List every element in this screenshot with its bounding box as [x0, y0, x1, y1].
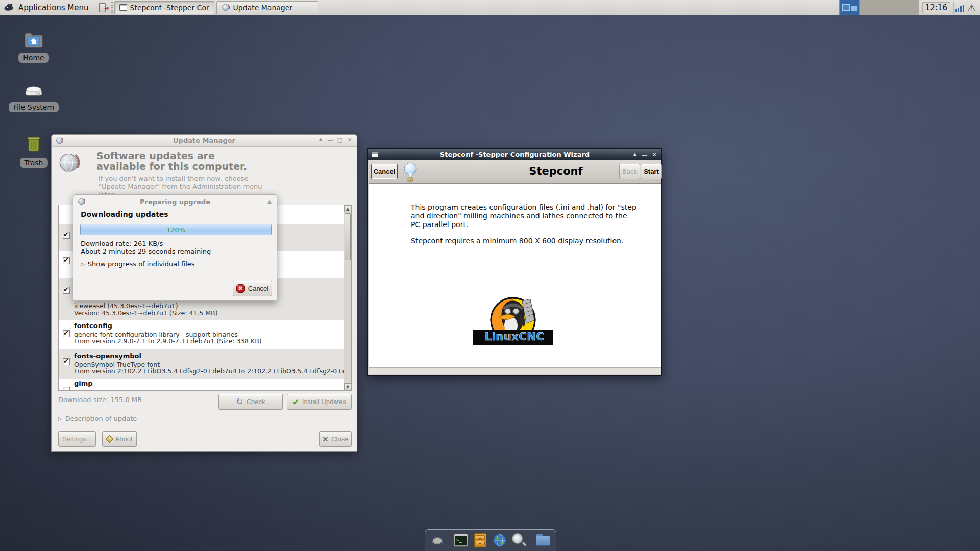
shade-button[interactable]: ▲ [632, 152, 638, 158]
cancel-button-label: Cancel [248, 285, 268, 292]
package-checkbox[interactable] [63, 330, 70, 337]
wizard-back-label: Back [622, 168, 637, 176]
linuxcnc-logo: LinuxCNC [471, 297, 558, 349]
desktop-icon-home[interactable]: Home [6, 32, 62, 63]
home-folder-icon [24, 32, 43, 48]
taskbar-button-stepconf[interactable]: Stepconf -Stepper Confi... [114, 1, 214, 14]
linuxcnc-logo-text: LinuxCNC [471, 331, 558, 343]
close-button[interactable]: ✕ Close [319, 431, 352, 447]
stepconf-titlebar[interactable]: Stepconf -Stepper Configuration Wizard ▲… [368, 149, 662, 160]
globe-icon [222, 3, 230, 12]
check-button[interactable]: ↻ Check [218, 394, 283, 410]
folder-icon [536, 534, 550, 546]
pkg-fontconfig-name: fontconfig [74, 322, 112, 330]
workspace-pager[interactable] [839, 0, 919, 15]
bottom-dock: >_ [425, 529, 556, 551]
intro-line2: and direction" milling machines and lath… [411, 212, 627, 220]
minimize-button[interactable]: — [642, 152, 648, 158]
package-checkbox[interactable] [63, 257, 70, 264]
workspace-3[interactable] [879, 0, 899, 15]
workspace-1[interactable] [840, 0, 860, 15]
package-checkbox[interactable] [63, 232, 70, 239]
quit-launcher-button[interactable]: ◄ [96, 1, 109, 14]
download-rate-label: Download rate: 261 KB/s [81, 240, 163, 247]
download-progress-bar: 120% [80, 224, 272, 235]
resolution-note: Stepconf requires a minimum 800 X 600 di… [411, 237, 623, 245]
logout-arrow-icon: ◄ [104, 5, 108, 11]
package-checkbox[interactable] [63, 358, 70, 365]
close-button[interactable]: ✕ [347, 137, 353, 143]
cancel-download-button[interactable]: ✕ Cancel [233, 281, 272, 296]
file-cabinet-icon [474, 533, 486, 547]
scroll-down-button[interactable]: ▼ [344, 383, 351, 390]
warning-icon[interactable]: ⚠ [967, 3, 976, 13]
close-button[interactable]: ✕ [651, 152, 657, 158]
stepconf-window: Stepconf -Stepper Configuration Wizard ▲… [368, 148, 662, 376]
wizard-content: This program creates configuration files… [369, 183, 662, 367]
dialog-title: Preparing upgrade [74, 198, 277, 206]
pkg-gimp-name: gimp [74, 380, 93, 387]
wizard-back-button[interactable]: Back [619, 164, 640, 179]
software-updates-globe-icon [58, 151, 81, 174]
file-manager-launcher[interactable] [535, 533, 551, 548]
install-updates-button[interactable]: ✔ Install Updates [287, 394, 352, 410]
wizard-cancel-button[interactable]: Cancel [371, 164, 398, 179]
shade-button[interactable]: ▲ [267, 198, 272, 204]
refresh-icon: ↻ [236, 397, 243, 406]
minimize-button[interactable]: — [327, 137, 333, 143]
downloading-heading: Downloading updates [81, 210, 168, 218]
globe-icon [492, 533, 507, 548]
workspace-2[interactable] [860, 0, 879, 15]
pkg-fonts-opensymbol-name: fonts-opensymbol [74, 352, 141, 360]
package-checkbox[interactable] [63, 387, 70, 391]
pkg-iceweasel-version: Version: 45.3.0esr-1~deb7u1 (Size: 41.5 … [74, 309, 344, 317]
close-button-label: Close [331, 435, 348, 443]
window-icon [119, 4, 127, 11]
show-desktop-button[interactable] [429, 533, 445, 548]
update-manager-titlebar[interactable]: Update Manager ▲ — □ ✕ [52, 135, 357, 147]
panel-handle[interactable] [111, 2, 113, 13]
package-list-scrollbar[interactable]: ▲ ▼ [344, 205, 351, 390]
package-checkbox[interactable] [63, 287, 70, 294]
wizard-cancel-label: Cancel [374, 168, 396, 176]
preparing-upgrade-dialog: Preparing upgrade ▲ Downloading updates … [73, 194, 277, 301]
about-button[interactable]: About [102, 431, 137, 447]
show-progress-label: Show progress of individual files [88, 260, 195, 268]
window-title: Stepconf -Stepper Configuration Wizard [368, 151, 662, 158]
settings-button[interactable]: Settings... [58, 431, 96, 447]
description-expander[interactable]: ▷ Description of update [58, 415, 137, 422]
lightbulb-icon [401, 161, 420, 183]
scroll-up-button[interactable]: ▲ [344, 205, 351, 212]
cancel-stop-icon: ✕ [236, 284, 245, 293]
scrollbar-thumb[interactable] [345, 213, 351, 260]
close-x-icon: ✕ [323, 436, 329, 443]
workspace-4[interactable] [899, 0, 919, 15]
top-panel: Applications Menu ◄ Stepconf -Stepper Co… [0, 0, 980, 15]
install-updates-label: Install Updates [302, 398, 346, 406]
shade-button[interactable]: ▲ [317, 137, 324, 143]
desktop-icon-label: File System [9, 102, 59, 112]
taskbar-button-label: Stepconf -Stepper Confi... [130, 4, 209, 12]
terminal-launcher[interactable]: >_ [453, 533, 469, 548]
web-browser-launcher[interactable] [492, 533, 507, 548]
file-cabinet-launcher[interactable] [473, 533, 488, 548]
network-signal-icon[interactable] [955, 4, 964, 12]
taskbar-button-update-manager[interactable]: Update Manager [216, 1, 318, 14]
desktop-icon-filesystem[interactable]: File System [6, 82, 62, 112]
terminal-icon: >_ [454, 534, 468, 547]
dock-separator [449, 533, 449, 548]
expander-triangle-icon: ▷ [58, 416, 62, 421]
intro-line1: This program creates configuration files… [411, 203, 636, 212]
system-tray: ⚠ [953, 2, 980, 14]
search-launcher[interactable] [511, 533, 527, 548]
applications-menu-button[interactable]: Applications Menu [0, 0, 94, 15]
desktop-root: Applications Menu ◄ Stepconf -Stepper Co… [0, 0, 980, 551]
show-progress-expander[interactable]: ▷ Show progress of individual files [81, 260, 195, 268]
magnifier-icon [512, 533, 526, 547]
xfce-mouse-icon [3, 3, 14, 13]
pager-window [851, 6, 857, 11]
maximize-button[interactable]: □ [337, 137, 343, 143]
wizard-start-button[interactable]: Start [641, 164, 662, 179]
trash-icon [24, 135, 43, 153]
clock[interactable]: 12:16 [922, 2, 950, 13]
